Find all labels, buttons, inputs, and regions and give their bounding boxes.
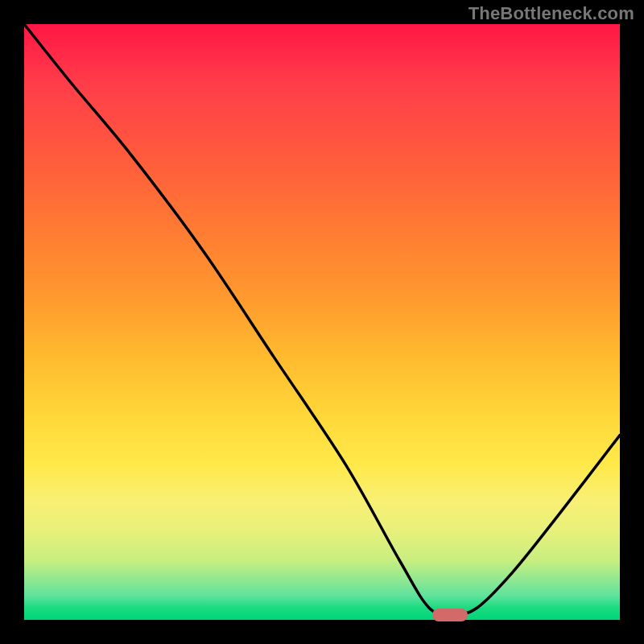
optimal-marker	[432, 609, 468, 621]
plot-area	[24, 24, 620, 620]
chart-frame: TheBottleneck.com	[0, 0, 644, 644]
watermark-text: TheBottleneck.com	[469, 3, 634, 24]
bottleneck-curve	[24, 24, 620, 620]
